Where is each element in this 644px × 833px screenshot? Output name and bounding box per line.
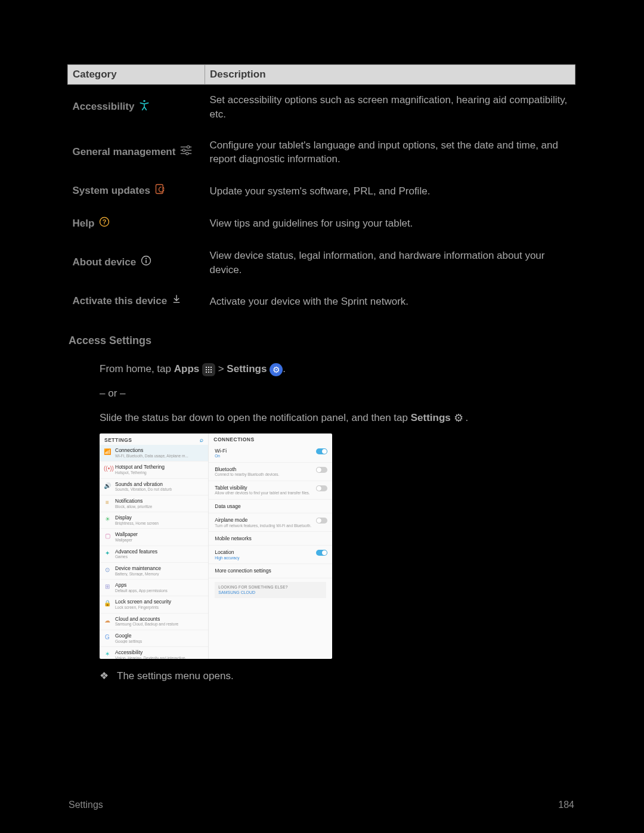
list-item: 📶ConnectionsWi-Fi, Bluetooth, Data usage…	[100, 445, 208, 462]
cat-activate-this-device: Activate this device	[68, 285, 205, 318]
list-item: Airplane modeTurn off network features, …	[209, 513, 332, 532]
list-item: ✦Advanced featuresGames	[100, 546, 208, 563]
list-item: More connection settings	[209, 564, 332, 578]
activate-icon	[171, 293, 182, 309]
svg-point-3	[186, 152, 188, 154]
list-item: 🔊Sounds and vibrationSounds, Vibration, …	[100, 479, 208, 496]
ss-left-header: SETTINGS	[104, 437, 132, 443]
desc-activate-this-device: Activate your device with the Sprint net…	[205, 285, 575, 318]
th-category: Category	[68, 65, 205, 85]
list-item: ⊞AppsDefault apps, App permissions	[100, 580, 208, 596]
system-updates-icon	[154, 183, 166, 199]
slide-instruction-line: Slide the status bar down to open the no…	[100, 410, 575, 426]
th-description: Description	[205, 65, 575, 85]
ss-right-header: CONNECTIONS	[213, 436, 254, 442]
desc-about-device: View device status, legal information, a…	[205, 240, 575, 286]
cat-accessibility: Accessibility	[68, 85, 205, 130]
list-item: BluetoothConnect to nearby Bluetooth dev…	[209, 463, 332, 481]
list-item: ((•))Hotspot and TetheringHotspot, Tethe…	[100, 462, 208, 478]
settings-right-panel: CONNECTIONS Wi-FiOnBluetoothConnect to n…	[209, 433, 332, 659]
section-access-settings: Access Settings	[69, 335, 575, 347]
info-icon	[140, 255, 152, 271]
svg-point-1	[187, 145, 190, 148]
list-item: Tablet visibilityAllow other devices to …	[209, 481, 332, 500]
list-item: ≡NotificationsBlock, allow, prioritize	[100, 496, 208, 512]
list-item: 🔒Lock screen and securityLock screen, Fi…	[100, 596, 208, 613]
cat-help: Help ?	[68, 208, 205, 240]
help-icon: ?	[98, 216, 110, 232]
svg-point-2	[182, 149, 185, 151]
desc-help: View tips and guidelines for using your …	[205, 208, 575, 240]
list-item: LocationHigh accuracy	[209, 546, 332, 564]
svg-rect-9	[145, 260, 147, 263]
svg-text:?: ?	[103, 218, 107, 225]
desc-system-updates: Update your system's software, PRL, and …	[205, 175, 575, 208]
footer-section-name: Settings	[69, 800, 103, 810]
desc-general-management: Configure your tablet's language and inp…	[205, 130, 575, 175]
list-item: ▢WallpaperWallpaper	[100, 529, 208, 546]
result-line: ❖The settings menu opens.	[100, 670, 575, 682]
sliders-icon	[179, 144, 193, 160]
looking-for-box: LOOKING FOR SOMETHING ELSE? SAMSUNG CLOU…	[215, 582, 326, 598]
settings-app-screenshot: SETTINGS ⌕ 📶ConnectionsWi-Fi, Bluetooth,…	[100, 433, 332, 659]
cat-system-updates: System updates	[68, 175, 205, 208]
svg-point-0	[144, 100, 145, 102]
access-instruction-line: From home, tap Apps > Settings .	[100, 361, 575, 377]
diamond-bullet-icon: ❖	[100, 670, 109, 682]
list-item: Data usage	[209, 500, 332, 513]
settings-left-panel: SETTINGS ⌕ 📶ConnectionsWi-Fi, Bluetooth,…	[100, 433, 209, 659]
apps-icon	[202, 363, 215, 376]
list-item: ✶AccessibilityVision, Hearing, Dexterity…	[100, 647, 208, 659]
cat-about-device: About device	[68, 240, 205, 286]
accessibility-icon	[138, 99, 150, 115]
search-icon: ⌕	[200, 436, 204, 443]
settings-category-table: Category Description Accessibility Set a…	[67, 64, 575, 318]
list-item: Wi-FiOn	[209, 444, 332, 463]
list-item: ☁Cloud and accountsSamsung Cloud, Backup…	[100, 614, 208, 630]
svg-point-8	[145, 258, 147, 259]
list-item: Mobile networks	[209, 532, 332, 546]
desc-accessibility: Set accessibility options such as screen…	[205, 85, 575, 130]
list-item: ☀DisplayBrightness, Home screen	[100, 512, 208, 529]
or-separator: – or –	[100, 388, 575, 400]
cat-general-management: General management	[68, 130, 205, 175]
footer-page-number: 184	[558, 800, 574, 810]
settings-outline-icon	[454, 412, 466, 424]
list-item: ⊙Device maintenanceBattery, Storage, Mem…	[100, 563, 208, 580]
list-item: GGoogleGoogle settings	[100, 630, 208, 647]
settings-gear-icon	[270, 363, 283, 376]
